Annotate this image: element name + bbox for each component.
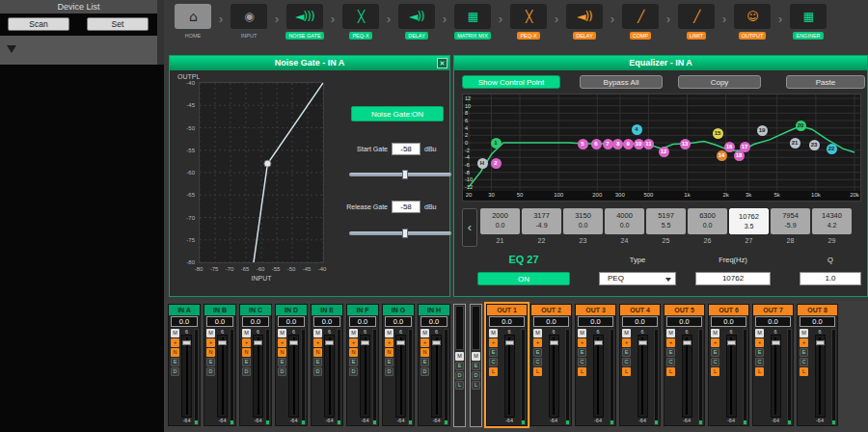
channel-gain-value[interactable]: 0.0 xyxy=(420,316,448,327)
channel-gain-value[interactable]: 0.0 xyxy=(349,316,376,327)
fader-handle[interactable] xyxy=(218,340,227,345)
eq-band-button-23[interactable]: 3150 0.0 xyxy=(563,208,603,234)
channel-button-c[interactable]: C xyxy=(755,358,764,366)
channel-button-plus[interactable]: + xyxy=(242,338,251,347)
channel-label[interactable]: IN E xyxy=(312,305,342,315)
toolbar-item-home[interactable]: ⌂ HOME xyxy=(169,4,217,40)
channel-gain-value[interactable]: 0.0 xyxy=(489,316,525,327)
channel-button-plus[interactable]: + xyxy=(206,338,215,347)
bus-button-d[interactable]: D xyxy=(472,371,480,380)
channel-fader[interactable] xyxy=(181,335,192,418)
channel-label[interactable]: OUT 6 xyxy=(709,305,748,315)
channel-button-e[interactable]: E xyxy=(349,358,358,366)
channel-button-n[interactable]: N xyxy=(242,348,251,357)
channel-gain-value[interactable]: 0.0 xyxy=(622,316,658,327)
set-button[interactable]: Set xyxy=(87,17,149,31)
channel-gain-value[interactable]: 0.0 xyxy=(533,316,569,327)
fader-handle[interactable] xyxy=(254,340,262,345)
band-prev-button[interactable]: ‹ xyxy=(462,208,477,247)
channel-label[interactable]: OUT 4 xyxy=(620,305,660,315)
eq-band-button-24[interactable]: 4000 0.0 xyxy=(605,208,644,234)
eq-band-button-22[interactable]: 3177 -4.9 xyxy=(522,208,561,234)
eq-band-button-27[interactable]: 10762 3.5 xyxy=(729,208,769,234)
channel-button-e[interactable]: E xyxy=(622,348,631,357)
release-gate-slider[interactable] xyxy=(349,231,451,235)
fader-handle[interactable] xyxy=(816,340,825,345)
start-gate-value[interactable]: -58 xyxy=(392,143,420,155)
channel-button-e[interactable]: E xyxy=(800,348,808,357)
eq-point-23[interactable]: 23 xyxy=(809,140,820,150)
channel-gain-value[interactable]: 0.0 xyxy=(242,316,269,327)
channel-button-e[interactable]: E xyxy=(206,358,215,366)
channel-button-m[interactable]: M xyxy=(242,329,251,338)
eq-point-4[interactable]: 4 xyxy=(632,124,642,135)
channel-button-m[interactable]: M xyxy=(711,329,719,338)
channel-button-c[interactable]: C xyxy=(578,358,586,366)
eq-band-button-25[interactable]: 5197 5.5 xyxy=(646,208,686,234)
channel-button-d[interactable]: D xyxy=(171,367,179,376)
channel-gain-value[interactable]: 0.0 xyxy=(666,316,702,327)
channel-label[interactable]: OUT 1 xyxy=(487,305,527,315)
eq-point-12[interactable]: 12 xyxy=(659,147,669,157)
channel-fader[interactable] xyxy=(360,335,370,418)
channel-button-n[interactable]: N xyxy=(278,348,286,357)
channel-button-c[interactable]: C xyxy=(666,358,675,366)
channel-fader[interactable] xyxy=(217,335,228,418)
channel-button-e[interactable]: E xyxy=(278,358,286,366)
channel-fader[interactable] xyxy=(637,335,648,418)
channel-button-e[interactable]: E xyxy=(533,348,542,357)
channel-button-m[interactable]: M xyxy=(622,329,631,338)
channel-button-d[interactable]: D xyxy=(349,367,358,376)
start-gate-slider-handle[interactable] xyxy=(402,170,408,179)
eq-point-6[interactable]: 6 xyxy=(591,139,602,149)
channel-button-plus[interactable]: + xyxy=(278,338,286,347)
eq-on-button[interactable]: ON xyxy=(477,272,570,285)
sidebar-scrollbar[interactable] xyxy=(157,0,164,65)
channel-fader[interactable] xyxy=(253,335,263,418)
channel-label[interactable]: IN C xyxy=(240,305,271,315)
channel-button-plus[interactable]: + xyxy=(385,338,393,347)
channel-fader[interactable] xyxy=(593,335,604,418)
eq-point-21[interactable]: 21 xyxy=(790,138,800,148)
copy-button[interactable]: Copy xyxy=(678,75,761,89)
channel-button-m[interactable]: M xyxy=(578,329,586,338)
toolbar-item-peq-x[interactable]: ╳ PEQ-X xyxy=(504,4,553,40)
channel-label[interactable]: IN F xyxy=(347,305,378,315)
bus-button-l[interactable]: L xyxy=(472,381,480,390)
channel-fader[interactable] xyxy=(815,335,826,418)
channel-label[interactable]: OUT 8 xyxy=(798,305,837,315)
channel-button-c[interactable]: C xyxy=(533,358,542,366)
eq-point-9[interactable]: 9 xyxy=(623,139,634,149)
fader-handle[interactable] xyxy=(727,340,736,345)
channel-button-e[interactable]: E xyxy=(755,348,764,357)
noise-gate-plot[interactable] xyxy=(199,82,324,263)
eq-point-5[interactable]: 5 xyxy=(578,139,588,149)
channel-button-c[interactable]: C xyxy=(711,358,719,366)
channel-gain-value[interactable]: 0.0 xyxy=(278,316,305,327)
gate-threshold-handle[interactable] xyxy=(264,160,271,167)
eq-point-2[interactable]: 2 xyxy=(491,158,502,169)
eq-graph[interactable]: 121086420-2-4-6-8-10-12 H215678910114121… xyxy=(462,94,861,202)
bus-button-m[interactable]: M xyxy=(472,352,480,361)
fader-handle[interactable] xyxy=(289,340,298,345)
fader-handle[interactable] xyxy=(505,340,514,345)
channel-button-d[interactable]: D xyxy=(278,367,286,376)
eq-point-14[interactable]: 14 xyxy=(717,150,727,161)
fader-handle[interactable] xyxy=(772,340,780,345)
toolbar-item-delay[interactable]: ◄)) DELAY xyxy=(560,4,609,40)
channel-fader[interactable] xyxy=(682,335,692,418)
channel-label[interactable]: OUT 2 xyxy=(531,305,571,315)
channel-button-plus[interactable]: + xyxy=(578,338,586,347)
channel-button-l[interactable]: L xyxy=(578,367,586,376)
scan-button[interactable]: Scan xyxy=(8,17,69,31)
channel-fader[interactable] xyxy=(549,335,559,418)
eq-point-7[interactable]: 7 xyxy=(603,139,613,149)
channel-button-m[interactable]: M xyxy=(533,329,542,338)
device-tree-header[interactable] xyxy=(0,36,157,65)
q-input[interactable]: 1.0 xyxy=(800,272,861,285)
eq-band-button-29[interactable]: 14340 4.2 xyxy=(812,208,852,234)
eq-point-10[interactable]: 10 xyxy=(634,139,644,149)
channel-button-plus[interactable]: + xyxy=(711,338,719,347)
channel-button-n[interactable]: N xyxy=(385,348,393,357)
fader-handle[interactable] xyxy=(638,340,647,345)
